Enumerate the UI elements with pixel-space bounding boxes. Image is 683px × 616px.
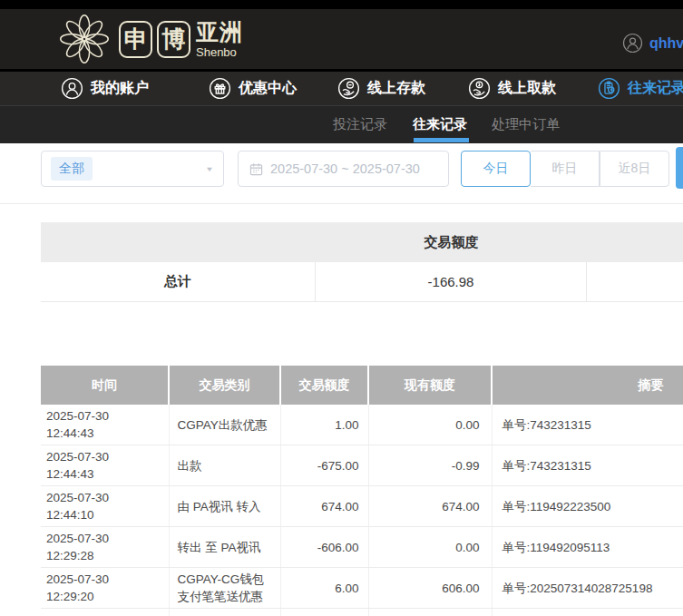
column-header-amount: 交易额度: [280, 366, 368, 405]
records-icon: [598, 77, 620, 100]
nav-label: 我的账户: [91, 79, 149, 98]
cell-time: 2025-07-30 12:29:28: [41, 527, 169, 568]
cell-balance: 606.00: [368, 568, 492, 609]
search-button-clipped[interactable]: [676, 147, 683, 189]
table-row: 2025-07-30 12:44:10 由 PA视讯 转入 674.00 674…: [41, 486, 683, 527]
today-button[interactable]: 今日: [461, 151, 531, 187]
record-tabs-bar: 投注记录 往来记录 处理中订单: [0, 105, 683, 143]
nav-item-online-withdrawal[interactable]: 线上取款: [468, 72, 556, 105]
cell-balance: 674.00: [368, 486, 492, 527]
cell-memo: 单号:202507314028725198: [492, 609, 683, 616]
user-account-area[interactable]: qhhv: [622, 33, 683, 54]
summary-empty-cell: [587, 262, 683, 301]
cell-time: 2025-07-30 12:29:20: [41, 609, 169, 616]
cell-memo: 单号:743231315: [492, 405, 683, 445]
summary-table: 交易额度 总计 -166.98: [41, 222, 683, 302]
table-row: 2025-07-30 12:29:20 CGPAY-CG钱包支付笔笔送优惠 6.…: [41, 568, 683, 609]
logo-region-text: 亚洲: [196, 21, 243, 44]
logo-char-shen: 申: [119, 21, 152, 58]
logo-subtitle: Shenbo: [196, 46, 243, 58]
cell-time: 2025-07-30 12:44:43: [41, 445, 169, 486]
cell-memo: 单号:202507314028725198: [492, 568, 683, 609]
column-header-memo: 摘要: [492, 366, 683, 405]
nav-item-online-deposit[interactable]: 线上存款: [337, 72, 425, 105]
summary-total-value: -166.98: [316, 262, 587, 301]
site-header: 申 博 亚洲 Shenbo qhhv: [0, 9, 683, 69]
table-row: 2025-07-30 12:44:43 出款 -675.00 -0.99 单号:…: [41, 445, 683, 486]
cell-amount: -675.00: [280, 445, 368, 486]
table-row: 2025-07-30 12:44:43 CGPAY出款优惠 1.00 0.00 …: [41, 405, 683, 445]
cell-memo: 单号:743231315: [492, 445, 683, 486]
column-header-time: 时间: [41, 366, 169, 405]
summary-total-row: 总计 -166.98: [41, 262, 683, 302]
username-text[interactable]: qhhv: [649, 35, 683, 52]
nav-label: 线上存款: [367, 79, 425, 98]
nav-label: 优惠中心: [239, 79, 297, 98]
main-navigation: 我的账户 优惠中心 线上存款 线上取款: [0, 72, 683, 105]
records-table: 时间 交易类别 交易额度 现有额度 摘要 2025-07-30 12:44:43…: [41, 366, 683, 616]
column-header-balance: 现有额度: [368, 366, 492, 405]
cell-memo: 单号:119492095113: [492, 527, 683, 568]
date-range-value: 2025-07-30 ~ 2025-07-30: [270, 161, 420, 176]
cell-balance: 0.00: [368, 405, 492, 445]
cell-time: 2025-07-30 12:44:10: [41, 486, 169, 527]
user-icon: [61, 77, 83, 100]
cell-amount: 674.00: [280, 486, 368, 527]
flower-logo-icon: [57, 12, 112, 66]
cell-time: 2025-07-30 12:29:20: [41, 568, 169, 609]
gift-icon: [209, 77, 231, 100]
summary-header-row: 交易额度: [41, 222, 683, 262]
nav-label: 往来记录: [628, 79, 683, 98]
top-black-strip: [0, 0, 683, 9]
user-avatar-icon: [622, 33, 643, 54]
last-8-days-button[interactable]: 近8日: [600, 151, 669, 187]
filter-separator-line: [0, 203, 683, 204]
table-row: 2025-07-30 12:29:28 转出 至 PA视讯 -606.00 0.…: [41, 527, 683, 568]
cell-amount: 600.00: [280, 609, 368, 616]
nav-item-my-account[interactable]: 我的账户: [61, 72, 149, 105]
cell-amount: -606.00: [280, 527, 368, 568]
cell-type: CGPAY支付: [169, 609, 280, 616]
cell-type: 转出 至 PA视讯: [169, 527, 280, 568]
summary-header-amount: 交易额度: [316, 234, 587, 251]
tab-betting-records[interactable]: 投注记录: [333, 106, 387, 143]
withdraw-icon: [468, 77, 491, 100]
cell-balance: 0.00: [368, 527, 492, 568]
site-logo[interactable]: 申 博 亚洲 Shenbo: [57, 11, 243, 67]
column-header-type: 交易类别: [169, 366, 280, 405]
cell-balance: 600.00: [368, 609, 492, 616]
cell-type: 由 PA视讯 转入: [169, 486, 280, 527]
tab-transaction-records[interactable]: 往来记录: [413, 106, 467, 143]
tab-pending-orders[interactable]: 处理中订单: [492, 106, 560, 143]
nav-item-transaction-records[interactable]: 往来记录: [598, 72, 683, 105]
cell-type: CGPAY-CG钱包支付笔笔送优惠: [169, 568, 280, 609]
cell-amount: 1.00: [280, 405, 368, 445]
yesterday-button[interactable]: 昨日: [531, 151, 600, 187]
date-range-input[interactable]: 2025-07-30 ~ 2025-07-30: [238, 151, 449, 187]
cell-memo: 单号:119492223500: [492, 486, 683, 527]
nav-item-promotions[interactable]: 优惠中心: [209, 72, 297, 105]
cell-balance: -0.99: [368, 445, 492, 486]
cell-amount: 6.00: [280, 568, 368, 609]
table-row: 2025-07-30 12:29:20 CGPAY支付 600.00 600.0…: [41, 609, 683, 616]
deposit-icon: [337, 77, 360, 100]
selected-type-tag[interactable]: 全部: [51, 157, 93, 181]
logo-char-bo: 博: [157, 21, 190, 58]
cell-type: 出款: [169, 445, 280, 486]
quick-date-buttons: 今日 昨日 近8日: [461, 151, 669, 187]
cell-time: 2025-07-30 12:44:43: [41, 405, 169, 445]
calendar-icon: [249, 162, 263, 176]
transaction-type-select[interactable]: 全部 ▼: [41, 151, 224, 187]
cell-type: CGPAY出款优惠: [169, 405, 280, 445]
logo-character-boxes: 申 博: [119, 21, 190, 58]
table-header-row: 时间 交易类别 交易额度 现有额度 摘要: [41, 366, 683, 405]
summary-total-label: 总计: [41, 262, 316, 301]
nav-label: 线上取款: [498, 79, 556, 98]
chevron-down-icon: ▼: [205, 165, 214, 172]
